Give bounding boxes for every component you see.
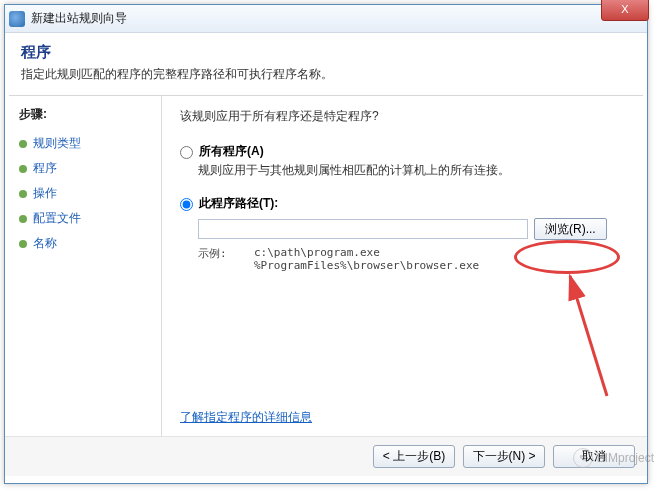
app-icon: [9, 11, 25, 27]
sidebar: 步骤: 规则类型 程序 操作 配置文件 名称: [5, 96, 161, 436]
bullet-icon: [19, 190, 27, 198]
step-label: 操作: [33, 185, 57, 202]
titlebar: 新建出站规则向导 X: [5, 5, 647, 33]
content: 该规则应用于所有程序还是特定程序? 所有程序(A) 规则应用于与其他规则属性相匹…: [162, 96, 647, 436]
step-label: 配置文件: [33, 210, 81, 227]
question-text: 该规则应用于所有程序还是特定程序?: [180, 108, 629, 125]
browse-button[interactable]: 浏览(R)...: [534, 218, 607, 240]
step-label: 名称: [33, 235, 57, 252]
step-program[interactable]: 程序: [19, 156, 153, 181]
step-action[interactable]: 操作: [19, 181, 153, 206]
page-header: 程序 指定此规则匹配的程序的完整程序路径和可执行程序名称。: [5, 33, 647, 95]
window-title: 新建出站规则向导: [31, 10, 127, 27]
step-rule-type[interactable]: 规则类型: [19, 131, 153, 156]
sidebar-title: 步骤:: [19, 106, 153, 123]
page-subtitle: 指定此规则匹配的程序的完整程序路径和可执行程序名称。: [21, 66, 631, 83]
option-all-desc: 规则应用于与其他规则属性相匹配的计算机上的所有连接。: [198, 162, 629, 179]
step-name[interactable]: 名称: [19, 231, 153, 256]
cancel-button[interactable]: 取消: [553, 445, 635, 468]
next-button[interactable]: 下一步(N) >: [463, 445, 545, 468]
step-profile[interactable]: 配置文件: [19, 206, 153, 231]
body: 步骤: 规则类型 程序 操作 配置文件 名称 该规则应用于所有程序还是特定程序?…: [5, 96, 647, 436]
close-button[interactable]: X: [601, 0, 649, 21]
bullet-icon: [19, 240, 27, 248]
learn-more-link[interactable]: 了解指定程序的详细信息: [180, 409, 312, 426]
step-label: 程序: [33, 160, 57, 177]
option-all-label: 所有程序(A): [199, 143, 264, 160]
footer: < 上一步(B) 下一步(N) > 取消: [5, 436, 647, 476]
bullet-icon: [19, 215, 27, 223]
example-text: c:\path\program.exe %ProgramFiles%\brows…: [254, 246, 479, 272]
bullet-icon: [19, 140, 27, 148]
example-label: 示例:: [198, 246, 254, 272]
option-path-label: 此程序路径(T):: [199, 195, 278, 212]
bullet-icon: [19, 165, 27, 173]
step-label: 规则类型: [33, 135, 81, 152]
svg-line-0: [570, 276, 607, 396]
radio-program-path[interactable]: [180, 198, 193, 211]
program-path-input[interactable]: [198, 219, 528, 239]
example-block: 示例: c:\path\program.exe %ProgramFiles%\b…: [198, 246, 629, 272]
back-button[interactable]: < 上一步(B): [373, 445, 455, 468]
option-program-path: 此程序路径(T): 浏览(R)... 示例: c:\path\program.e…: [180, 195, 629, 272]
page-title: 程序: [21, 43, 631, 62]
wizard-window: 新建出站规则向导 X 程序 指定此规则匹配的程序的完整程序路径和可执行程序名称。…: [4, 4, 648, 484]
option-all-programs: 所有程序(A) 规则应用于与其他规则属性相匹配的计算机上的所有连接。: [180, 143, 629, 179]
radio-all-programs[interactable]: [180, 146, 193, 159]
